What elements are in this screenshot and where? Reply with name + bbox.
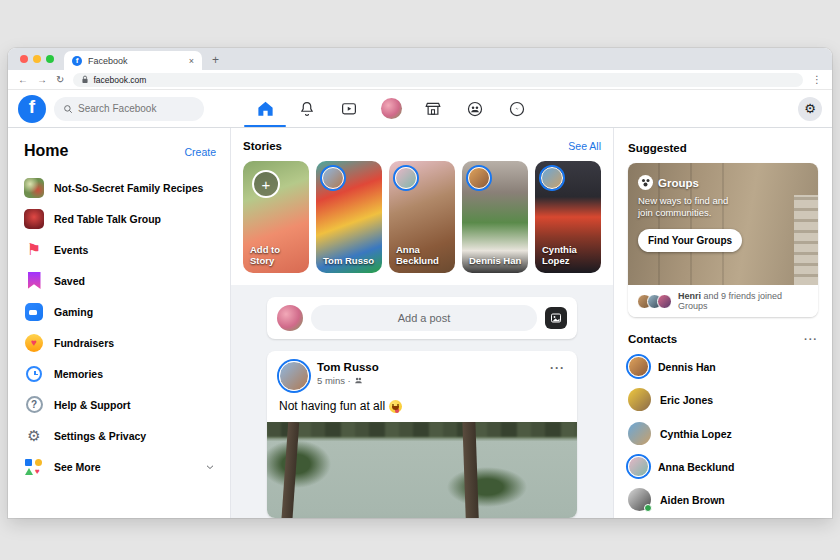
minimize-window-button[interactable] [33,55,41,63]
story-label: Anna Becklund [396,245,450,267]
suggested-groups-card[interactable]: Groups New ways to find and join communi… [628,163,818,317]
avatar [657,294,672,309]
back-icon[interactable]: ← [18,75,28,85]
settings-button[interactable]: ⚙ [798,97,822,121]
add-post-input[interactable]: Add a post [311,305,537,331]
sidebar-item-red-table-talk-group[interactable]: Red Table Talk Group [24,203,216,234]
story-card-add-to-story[interactable]: + Add to Story [243,161,309,273]
forward-icon[interactable]: → [37,75,47,85]
friends-avatar-stack [637,294,672,309]
new-tab-button[interactable]: + [212,53,219,67]
photo-icon [550,312,562,324]
create-link[interactable]: Create [184,146,216,158]
nav-watch[interactable] [328,90,370,127]
facebook-body: Home Create Not-So-Secret Family Recipes… [8,128,832,518]
contact-row-anna-becklund[interactable]: Anna Becklund [628,456,818,477]
nav-marketplace[interactable] [412,90,454,127]
browser-menu-icon[interactable]: ⋮ [812,75,822,85]
profile-avatar [381,98,402,119]
post-menu-icon[interactable]: ··· [550,361,565,375]
story-card-cynthia-lopez[interactable]: Cynthia Lopez [535,161,601,273]
contacts-menu-icon[interactable]: ··· [804,333,818,345]
story-label: Add to Story [250,245,304,267]
search-bar[interactable] [54,97,204,121]
add-photo-button[interactable] [545,307,567,329]
story-avatar [322,167,344,189]
gaming-icon [25,303,43,321]
see-all-link[interactable]: See All [568,140,601,152]
search-icon [63,104,73,114]
events-flag-icon: ⚑ [24,240,44,260]
sidebar-item-fundraisers[interactable]: ♥ Fundraisers [24,327,216,358]
treeline-graphic [267,422,577,437]
nav-profile[interactable] [370,90,412,127]
browser-tab-bar: f Facebook × + [8,48,832,70]
sidebar-item-saved[interactable]: Saved [24,265,216,296]
nav-messenger[interactable] [496,90,538,127]
contact-avatar [628,388,651,411]
reload-icon[interactable]: ↻ [56,75,64,85]
post-author-name[interactable]: Tom Russo [317,361,379,373]
saved-bookmark-icon [28,272,41,289]
sidebar-item-label: Not-So-Secret Family Recipes [54,182,203,194]
watch-icon [340,100,358,118]
sidebar-item-settings-privacy[interactable]: ⚙ Settings & Privacy [24,420,216,451]
groups-brand-label: Groups [658,177,699,189]
post-composer: Add a post [267,297,577,339]
contact-row-dennis-han[interactable]: Dennis Han [628,356,818,377]
story-card-anna-becklund[interactable]: Anna Becklund [389,161,455,273]
groups-promo-overlay: Groups New ways to find and join communi… [638,175,738,252]
facebook-logo[interactable]: f [18,95,46,123]
facebook-header: f [8,90,832,128]
contact-row-cynthia-lopez[interactable]: Cynthia Lopez [628,422,818,445]
tab-title: Facebook [88,56,183,66]
sidebar-item-help-support[interactable]: ? Help & Support [24,389,216,420]
header-left: f [18,95,230,123]
story-label: Cynthia Lopez [542,245,596,267]
find-your-groups-button[interactable]: Find Your Groups [638,229,742,252]
story-label: Tom Russo [323,256,377,267]
contact-row-eric-jones[interactable]: Eric Jones [628,388,818,411]
story-card-tom-russo[interactable]: Tom Russo [316,161,382,273]
home-icon [256,99,275,118]
zoom-window-button[interactable] [46,55,54,63]
suggested-title: Suggested [628,142,818,154]
contact-row-aiden-brown[interactable]: Aiden Brown [628,488,818,511]
sidebar-item-label: Saved [54,275,85,287]
composer-avatar [277,305,303,331]
sidebar-list: Not-So-Secret Family Recipes Red Table T… [24,172,216,482]
window-controls [8,48,64,70]
post-photo-lake-jump[interactable] [267,422,577,518]
tongue-out-emoji-icon [389,400,402,413]
sidebar-item-events[interactable]: ⚑ Events [24,234,216,265]
contact-avatar [628,422,651,445]
red-table-group-photo-icon [24,209,44,229]
stories-title: Stories [243,140,282,152]
sidebar-item-see-more[interactable]: ♥ See More [24,451,216,482]
tab-close-icon[interactable]: × [189,56,194,66]
chevron-down-icon [204,461,216,473]
browser-tab-facebook[interactable]: f Facebook × [64,51,202,70]
sidebar-item-label: See More [54,461,101,473]
address-bar[interactable]: facebook.com [73,73,803,87]
story-card-dennis-han[interactable]: Dennis Han [462,161,528,273]
gear-icon: ⚙ [804,102,816,115]
groups-promo-image: Groups New ways to find and join communi… [628,163,818,285]
nav-groups[interactable] [454,90,496,127]
close-window-button[interactable] [20,55,28,63]
nav-notifications[interactable] [286,90,328,127]
browser-window: f Facebook × + ← → ↻ facebook.com ⋮ f [8,48,832,518]
recipes-group-photo-icon [24,178,44,198]
messenger-icon [508,100,526,118]
sidebar-item-memories[interactable]: Memories [24,358,216,389]
post-timestamp: 5 mins · [317,375,351,386]
help-question-icon: ? [26,396,43,413]
see-more-shapes-icon: ♥ [25,459,43,475]
post-author-avatar[interactable] [279,361,309,391]
search-input[interactable] [78,103,188,114]
marketplace-icon [424,100,442,118]
nav-home[interactable] [244,90,286,127]
sidebar-item-gaming[interactable]: Gaming [24,296,216,327]
settings-gear-icon: ⚙ [24,426,44,446]
sidebar-item-recipes-group[interactable]: Not-So-Secret Family Recipes [24,172,216,203]
